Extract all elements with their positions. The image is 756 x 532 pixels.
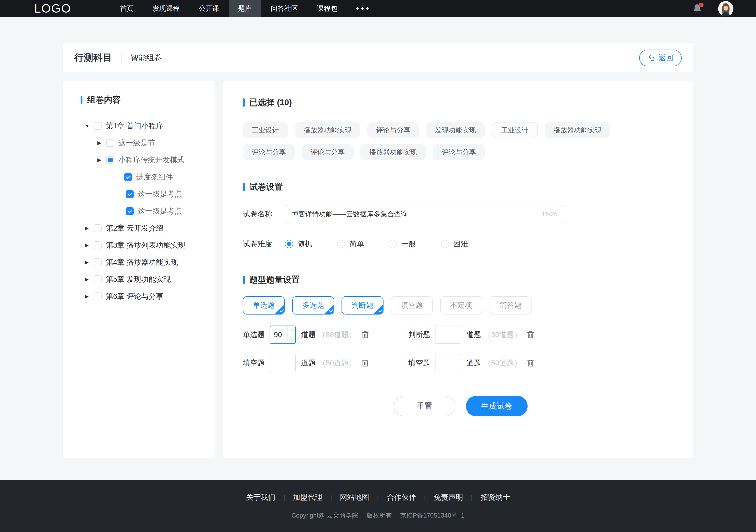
tree-row-chapter6[interactable]: ▶ 第6章 评论与分享: [81, 288, 210, 305]
char-counter: 16/25: [542, 210, 557, 218]
type-short-answer[interactable]: 简答题: [490, 296, 531, 315]
radio-easy[interactable]: 简单: [337, 239, 364, 249]
selected-tags: 工业设计 播放器功能实现 评论与分享 发现功能实现 工业设计 播放器功能实现 评…: [243, 122, 652, 160]
user-avatar[interactable]: [718, 1, 733, 16]
selected-tag: 播放器功能实现: [295, 122, 361, 138]
count-unit: 道题: [301, 330, 316, 340]
page-title: 行测科目: [74, 51, 112, 64]
tree-row-chapter4[interactable]: ▶ 第4章 播放器功能实现: [81, 254, 210, 271]
checkbox-unchecked[interactable]: [94, 224, 102, 232]
stepper-up-icon[interactable]: ∧: [288, 326, 295, 335]
footer-divider: |: [330, 494, 332, 502]
tree-row-point[interactable]: 这一级是考点: [81, 203, 210, 219]
nav-item-discover-courses[interactable]: 发现课程: [143, 0, 189, 17]
caret-right-icon[interactable]: ▶: [85, 276, 91, 282]
type-multi-choice[interactable]: 多选题: [292, 296, 334, 315]
tree-row-section[interactable]: ▶ 这一级是节: [81, 134, 210, 151]
tree-row-chapter5[interactable]: ▶ 第5章 发现功能实现: [81, 271, 210, 288]
nav-item-course-package[interactable]: 课程包: [308, 0, 347, 17]
count-input[interactable]: [270, 326, 287, 343]
radio-hard[interactable]: 困难: [441, 239, 468, 249]
count-input[interactable]: [436, 354, 461, 372]
type-fill-blank[interactable]: 填空题: [391, 296, 433, 315]
caret-right-icon[interactable]: ▶: [85, 242, 91, 248]
count-stepper[interactable]: ∧ ∨: [270, 325, 296, 344]
footer-link-agency[interactable]: 加盟代理: [293, 493, 322, 502]
count-input[interactable]: [270, 354, 295, 372]
checkbox-checked[interactable]: [124, 173, 132, 181]
selected-tag: 评论与分享: [302, 144, 354, 160]
nav-item-open-courses[interactable]: 公开课: [189, 0, 229, 17]
caret-right-icon[interactable]: ▶: [85, 293, 91, 299]
caret-down-icon[interactable]: ▼: [85, 123, 91, 129]
footer-link-about[interactable]: 关于我们: [246, 493, 275, 502]
undo-arrow-icon: [648, 54, 656, 62]
type-true-false[interactable]: 判断题: [341, 296, 384, 315]
trash-icon[interactable]: [361, 330, 369, 340]
footer-link-partners[interactable]: 合作伙伴: [387, 493, 416, 502]
tree-row-point[interactable]: 这一级是考点: [81, 186, 210, 203]
radio-circle: [389, 240, 397, 248]
nav-item-home[interactable]: 首页: [111, 0, 143, 17]
nav-item-qa-community[interactable]: 问答社区: [261, 0, 308, 17]
count-hint: （30道题）: [484, 330, 521, 340]
copyright-line: Copyright@ 云朵商学院 版权所有 京ICP备17051340号–1: [287, 511, 469, 520]
caret-right-icon[interactable]: ▶: [85, 225, 91, 231]
tree-row-chapter2[interactable]: ▶ 第2章 云开发介绍: [81, 219, 210, 237]
radio-medium[interactable]: 一般: [389, 239, 416, 249]
reset-button[interactable]: 重置: [394, 396, 455, 416]
radio-circle: [285, 240, 293, 248]
checkbox-unchecked[interactable]: [94, 122, 102, 130]
stepper-down-icon[interactable]: ∨: [288, 335, 295, 344]
count-hint: （88道题）: [318, 330, 356, 340]
back-button[interactable]: 返回: [639, 50, 682, 66]
footer-link-sitemap[interactable]: 网站地图: [340, 493, 369, 502]
more-ellipsis-icon[interactable]: [347, 0, 378, 17]
checkbox-unchecked[interactable]: [94, 292, 102, 300]
footer-divider: |: [283, 494, 285, 502]
top-nav: LOGO 首页 发现课程 公开课 题库 问答社区 课程包: [0, 0, 756, 17]
paper-settings-title: 试卷设置: [249, 181, 283, 193]
notification-bell-icon[interactable]: [691, 3, 703, 15]
trash-icon[interactable]: [361, 358, 369, 368]
caret-right-icon[interactable]: ▶: [97, 157, 103, 163]
footer-link-recruit[interactable]: 招贤纳士: [481, 493, 510, 502]
checkbox-unchecked[interactable]: [106, 139, 114, 147]
section-accent-bar: [243, 276, 245, 284]
checkbox-checked[interactable]: [126, 190, 134, 198]
paper-name-input[interactable]: [285, 205, 563, 223]
checkbox-unchecked[interactable]: [94, 241, 102, 249]
selected-tag: 播放器功能实现: [545, 122, 610, 138]
type-indefinite[interactable]: 不定项: [440, 296, 482, 315]
count-input[interactable]: [436, 326, 461, 343]
count-field[interactable]: [435, 354, 461, 372]
checkbox-unchecked[interactable]: [94, 258, 102, 266]
caret-right-icon[interactable]: ▶: [85, 259, 91, 265]
checkbox-indeterminate[interactable]: [106, 156, 114, 164]
count-hint: （50道题）: [318, 358, 356, 368]
tree-row-chapter3[interactable]: ▶ 第3章 播放列表功能实现: [81, 237, 210, 254]
logo[interactable]: LOGO: [34, 0, 71, 17]
count-field[interactable]: [435, 325, 461, 344]
page-subtitle: 智能组卷: [130, 52, 162, 63]
caret-right-icon[interactable]: ▶: [97, 140, 103, 146]
tree-row-component[interactable]: ▶ 进度条组件: [81, 168, 210, 186]
footer-link-disclaimer[interactable]: 免责声明: [434, 493, 463, 502]
generate-paper-button[interactable]: 生成试卷: [466, 396, 527, 416]
tree-row-chapter1[interactable]: ▼ 第1章 首门小程序: [81, 117, 210, 134]
notification-badge: [699, 3, 704, 7]
question-settings-title: 题型题量设置: [249, 274, 300, 286]
type-single-choice[interactable]: 单选题: [243, 296, 285, 315]
tree-row-section[interactable]: ▶ 小程序传统开发模式: [81, 151, 210, 168]
nav-item-question-bank[interactable]: 题库: [229, 0, 261, 17]
radio-random[interactable]: 随机: [285, 239, 312, 249]
checkbox-checked[interactable]: [126, 207, 134, 215]
trash-icon[interactable]: [526, 358, 535, 368]
count-field[interactable]: [270, 354, 296, 372]
count-label: 填空题: [408, 358, 430, 368]
section-accent-bar: [81, 96, 82, 104]
trash-icon[interactable]: [526, 330, 535, 340]
question-type-buttons: 单选题 多选题 判断题 填空题 不定项 简答题: [243, 296, 678, 315]
paper-name-label: 试卷名称: [243, 209, 285, 219]
checkbox-unchecked[interactable]: [94, 275, 102, 283]
